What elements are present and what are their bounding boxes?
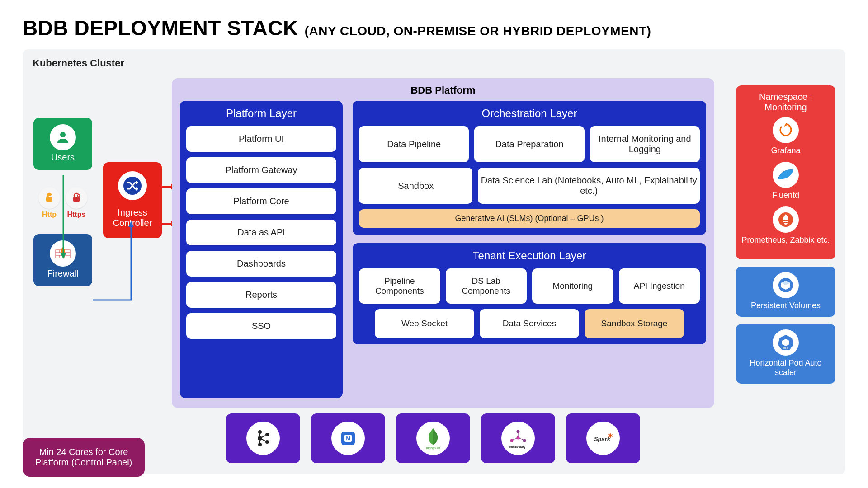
monitoring-title: Namespace : Monitoring <box>741 92 831 113</box>
fluentd-label: Fluentd <box>772 191 799 200</box>
persistent-volumes: Persistent Volumes <box>736 267 835 317</box>
tenant-layer-title: Tenant Execution Layer <box>359 249 700 262</box>
hpa-label: Horizontal Pod Auto scaler <box>741 358 831 377</box>
firewall-icon <box>50 240 76 267</box>
tile-data-services: Data Services <box>480 309 579 338</box>
tile-sso: SSO <box>186 313 336 339</box>
right-panel: Namespace : Monitoring Grafana Fluentd P… <box>736 85 835 384</box>
namespace-monitoring: Namespace : Monitoring Grafana Fluentd P… <box>736 85 835 259</box>
svg-point-37 <box>517 436 520 440</box>
users-box: Users <box>33 118 92 170</box>
svg-text:mongoDB: mongoDB <box>426 446 440 450</box>
tile-platform-gateway: Platform Gateway <box>186 157 336 183</box>
svg-rect-1 <box>46 197 52 202</box>
infra-mongodb: mongoDB <box>396 413 470 463</box>
bdb-platform-title: BDB Platform <box>180 84 706 96</box>
tile-sandbox: Sandbox <box>359 168 472 204</box>
orchestration-layer: Orchestration Layer Data Pipeline Data P… <box>353 101 706 235</box>
svg-point-24 <box>265 433 269 436</box>
chip-icon: M <box>331 422 365 455</box>
svg-text:M: M <box>346 436 350 441</box>
firewall-label: Firewall <box>33 268 92 279</box>
monitoring-fluentd: Fluentd <box>741 162 831 200</box>
protocol-http: Http <box>38 187 60 219</box>
monitoring-grafana: Grafana <box>741 117 831 155</box>
tile-platform-ui: Platform UI <box>186 126 336 152</box>
svg-point-0 <box>60 132 66 137</box>
page-title-main: BDB DEPLOYMENT STACK <box>23 16 298 40</box>
spark-icon: Spark <box>586 422 620 455</box>
protocol-row: Http Https <box>33 187 92 219</box>
svg-line-28 <box>262 436 265 437</box>
svg-point-21 <box>258 430 262 434</box>
tile-dashboards: Dashboards <box>186 251 336 277</box>
svg-line-39 <box>513 438 517 440</box>
firewall-box: Firewall <box>33 234 92 286</box>
tile-dslab-components: DS Lab Components <box>446 268 527 304</box>
svg-point-4 <box>78 195 80 197</box>
orchestration-layer-title: Orchestration Layer <box>359 107 700 120</box>
tile-reports: Reports <box>186 282 336 308</box>
svg-point-34 <box>517 430 520 433</box>
tenant-layer: Tenant Execution Layer Pipeline Componen… <box>353 243 706 344</box>
persistent-volumes-label: Persistent Volumes <box>741 301 831 310</box>
fluentd-icon <box>773 162 799 188</box>
tile-platform-core: Platform Core <box>186 188 336 214</box>
kubernetes-cluster: Kubernetes Cluster Users Http Https <box>23 49 845 474</box>
shuffle-icon <box>118 171 147 200</box>
tile-ds-lab: Data Science Lab (Notebooks, Auto ML, Ex… <box>478 168 700 204</box>
infra-row: M mongoDB ActiveMQAPACHE Spark <box>226 413 640 463</box>
infra-micro: M <box>311 413 385 463</box>
https-label: Https <box>66 211 87 219</box>
tile-api-ingestion: API Ingestion <box>619 268 700 304</box>
ingress-label: Ingress Controller <box>108 207 157 228</box>
hpa-icon: hpa <box>773 329 799 356</box>
tile-data-as-api: Data as API <box>186 220 336 245</box>
volume-icon <box>773 272 799 298</box>
lock-icon <box>66 187 87 209</box>
svg-point-25 <box>265 440 269 444</box>
activemq-icon: ActiveMQAPACHE <box>501 422 535 455</box>
unlock-icon <box>38 187 60 209</box>
tile-monitoring: Monitoring <box>532 268 613 304</box>
prometheus-label: Prometheus, Zabbix etc. <box>741 235 830 244</box>
user-icon <box>50 124 76 150</box>
tile-sandbox-storage: Sandbox Storage <box>585 309 684 338</box>
svg-point-22 <box>258 436 262 441</box>
svg-line-29 <box>262 439 265 441</box>
monitoring-prometheus: Prometheus, Zabbix etc. <box>741 206 831 245</box>
grafana-label: Grafana <box>771 146 800 155</box>
cluster-title: Kubernetes Cluster <box>33 57 835 69</box>
svg-text:APACHE: APACHE <box>509 446 517 448</box>
svg-line-40 <box>519 438 523 440</box>
users-label: Users <box>33 152 92 163</box>
ingress-controller: Ingress Controller <box>103 162 162 238</box>
infra-kafka <box>226 413 300 463</box>
tile-web-socket: Web Socket <box>375 309 474 338</box>
protocol-https: Https <box>66 187 87 219</box>
platform-layer-title: Platform Layer <box>186 107 336 120</box>
infra-spark: Spark <box>566 413 640 463</box>
infra-activemq: ActiveMQAPACHE <box>481 413 555 463</box>
grafana-icon <box>773 117 799 143</box>
prometheus-icon <box>773 206 799 233</box>
svg-point-35 <box>510 439 514 442</box>
tile-generative-ai: Generative AI (SLMs) (Optional – GPUs ) <box>359 209 700 228</box>
left-panel: Users Http Https <box>33 118 92 286</box>
page-title-row: BDB DEPLOYMENT STACK (ANY CLOUD, ON-PREM… <box>23 16 845 40</box>
min-cores-note: Min 24 Cores for Core Platform (Control … <box>23 438 145 477</box>
svg-rect-2 <box>73 197 80 202</box>
tile-data-preparation: Data Preparation <box>474 126 584 162</box>
hpa-box: hpa Horizontal Pod Auto scaler <box>736 324 835 384</box>
svg-text:hpa: hpa <box>783 347 788 349</box>
platform-layer: Platform Layer Platform UI Platform Gate… <box>180 101 343 398</box>
tile-pipeline-components: Pipeline Components <box>359 268 440 304</box>
svg-rect-45 <box>783 221 788 222</box>
kafka-icon <box>246 422 280 455</box>
bdb-platform: BDB Platform Platform Layer Platform UI … <box>172 78 714 408</box>
tile-internal-monitoring: Internal Monitoring and Logging <box>590 126 700 162</box>
svg-point-36 <box>523 439 526 442</box>
tile-data-pipeline: Data Pipeline <box>359 126 469 162</box>
svg-point-23 <box>258 443 262 446</box>
page-title-sub: (ANY CLOUD, ON-PREMISE OR HYBRID DEPLOYM… <box>305 24 651 38</box>
